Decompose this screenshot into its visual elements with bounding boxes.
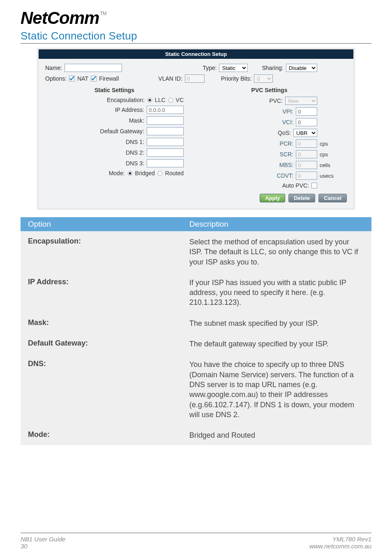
qos-label: QoS: xyxy=(278,130,291,136)
vci-label: VCI: xyxy=(282,119,293,125)
options-label: Options: xyxy=(45,75,67,82)
pcr-input[interactable] xyxy=(296,139,317,148)
type-label: Type: xyxy=(203,65,217,71)
option-description-table: Option Description Encapsulation:Select … xyxy=(21,217,371,445)
cdvt-unit: usecs xyxy=(320,173,339,179)
description-cell: The default gateway specified by your IS… xyxy=(182,334,371,354)
priority-bits-label: Priority Bits: xyxy=(221,75,252,82)
sharing-label: Sharing: xyxy=(262,65,283,71)
description-header: Description xyxy=(182,217,371,232)
bridged-radio[interactable] xyxy=(127,171,133,176)
llc-option-label: LLC xyxy=(155,97,166,103)
footer-doc-rev: YML780 Rev1 xyxy=(309,536,371,543)
pvc-label: PVC: xyxy=(269,97,283,104)
vpi-label: VPI: xyxy=(283,108,293,115)
auto-pvc-label: Auto PVC: xyxy=(282,182,309,189)
option-cell: IP Address: xyxy=(21,272,182,313)
table-row: Encapsulation:Select the method of encap… xyxy=(21,232,371,272)
mbs-label: MBS: xyxy=(279,162,293,168)
default-gateway-label: Default Gateway: xyxy=(100,128,144,135)
delete-button[interactable]: Delete xyxy=(288,194,315,202)
pvc-settings-heading: PVC Settings xyxy=(200,87,339,93)
vpi-input[interactable] xyxy=(296,107,317,116)
mode-label: Mode: xyxy=(109,170,125,176)
page-title: Static Connection Setup xyxy=(21,30,371,42)
cdvt-input[interactable] xyxy=(296,172,317,180)
option-cell: Encapsulation: xyxy=(21,232,182,272)
panel-title: Static Connection Setup xyxy=(39,49,353,59)
divider xyxy=(21,43,371,44)
vlan-id-input[interactable] xyxy=(185,74,205,83)
brand-logo: NetComm TM xyxy=(21,8,371,28)
dns1-label: DNS 1: xyxy=(126,139,144,145)
footer-guide-title: NB1 User Guide xyxy=(21,536,65,543)
encapsulation-label: Encapsulation: xyxy=(107,97,145,103)
apply-button[interactable]: Apply xyxy=(260,194,285,202)
dns3-input[interactable] xyxy=(147,159,184,167)
dns2-input[interactable] xyxy=(147,149,184,157)
name-input[interactable] xyxy=(65,64,122,72)
svg-point-4 xyxy=(129,172,131,174)
auto-pvc-checkbox[interactable] xyxy=(311,183,317,188)
firewall-checkbox[interactable] xyxy=(91,76,97,81)
option-cell: Mask: xyxy=(21,313,182,334)
description-cell: You have the choice to specify up to thr… xyxy=(182,354,371,425)
option-header: Option xyxy=(21,217,182,232)
table-row: Mode:Bridged and Routed xyxy=(21,425,371,445)
page-footer: NB1 User Guide 30 YML780 Rev1 www.netcom… xyxy=(0,533,392,550)
mask-label: Mask: xyxy=(129,117,144,124)
sharing-select[interactable]: Disable xyxy=(286,64,317,72)
table-row: Mask:The subnet mask specified by your I… xyxy=(21,313,371,334)
trademark-icon: TM xyxy=(100,11,106,16)
mask-input[interactable] xyxy=(147,116,184,125)
cancel-button[interactable]: Cancel xyxy=(318,194,347,202)
svg-point-2 xyxy=(168,98,173,102)
mbs-input[interactable] xyxy=(296,161,317,169)
description-cell: Bridged and Routed xyxy=(182,425,371,445)
vc-option-label: VC xyxy=(176,97,184,103)
ip-address-input[interactable] xyxy=(147,106,184,114)
pcr-unit: cps xyxy=(320,141,339,147)
name-label: Name: xyxy=(45,65,62,71)
option-cell: Mode: xyxy=(21,425,182,445)
pvc-select[interactable]: New xyxy=(285,97,317,105)
footer-page-number: 30 xyxy=(21,543,65,550)
scr-label: SCR: xyxy=(280,151,293,158)
default-gateway-input[interactable] xyxy=(147,127,184,135)
description-cell: Select the method of encapsulation used … xyxy=(182,232,371,272)
type-select[interactable]: Static xyxy=(219,64,248,72)
brand-logo-text: NetComm xyxy=(21,8,99,28)
vlan-id-label: VLAN ID: xyxy=(158,75,182,82)
nat-checkbox[interactable] xyxy=(69,76,75,81)
vc-radio[interactable] xyxy=(168,97,173,103)
ip-address-label: IP Address: xyxy=(115,107,144,113)
scr-input[interactable] xyxy=(296,150,317,158)
option-cell: Default Gateway: xyxy=(21,334,182,354)
screenshot-panel: Static Connection Setup Name: Type: Stat… xyxy=(37,48,355,210)
dns2-label: DNS 2: xyxy=(126,149,144,156)
dns1-input[interactable] xyxy=(147,138,184,146)
priority-bits-select[interactable]: 0 xyxy=(254,74,273,83)
table-row: DNS:You have the choice to specify up to… xyxy=(21,354,371,425)
firewall-label: Firewall xyxy=(99,75,119,82)
pcr-label: PCR: xyxy=(280,140,293,147)
llc-radio[interactable] xyxy=(147,97,152,103)
routed-radio[interactable] xyxy=(157,171,163,176)
vci-input[interactable] xyxy=(296,118,317,126)
scr-unit: cps xyxy=(320,151,339,158)
mbs-unit: cells xyxy=(320,162,339,168)
option-cell: DNS: xyxy=(21,354,182,425)
qos-select[interactable]: UBR xyxy=(293,129,317,137)
dns3-label: DNS 3: xyxy=(126,160,144,167)
nat-label: NAT xyxy=(77,75,88,82)
routed-option-label: Routed xyxy=(165,170,184,176)
static-settings-heading: Static Settings xyxy=(45,87,184,93)
svg-point-5 xyxy=(158,171,162,176)
footer-divider xyxy=(21,533,371,533)
svg-point-1 xyxy=(148,99,151,101)
description-cell: The subnet mask specified by your ISP. xyxy=(182,313,371,334)
table-row: IP Address:If your ISP has issued you wi… xyxy=(21,272,371,313)
description-cell: If your ISP has issued you with a static… xyxy=(182,272,371,313)
cdvt-label: CDVT: xyxy=(277,172,293,179)
footer-url: www.netcomm.com.au xyxy=(309,543,371,550)
